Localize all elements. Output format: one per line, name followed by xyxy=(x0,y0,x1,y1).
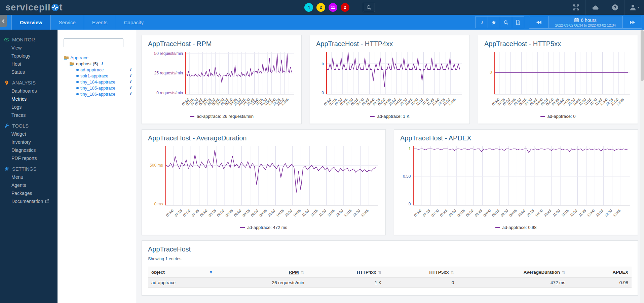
sidebar-item-status[interactable]: Status xyxy=(0,68,58,76)
column-header-rpm[interactable]: RPM⇅ xyxy=(216,267,307,278)
tree-group-label[interactable]: apphost (5) xyxy=(76,61,98,66)
legend-swatch xyxy=(370,116,375,117)
chart-panel-3: AppTraceHost - AverageDuration07:0007:15… xyxy=(142,129,386,235)
tree-item-label[interactable]: tiny_185-apptrace xyxy=(80,86,115,91)
svg-text:0: 0 xyxy=(490,70,492,75)
search-icon-button[interactable] xyxy=(500,16,512,28)
sidebar-item-packages[interactable]: Packages xyxy=(0,189,58,197)
svg-text:1: 1 xyxy=(409,146,411,151)
tree-item: tiny_185-apptracei xyxy=(64,85,131,91)
notification-badge-1[interactable]: 2 xyxy=(316,3,325,12)
sidebar: MONITORViewTopologyHostStatusANALYSISDas… xyxy=(0,30,58,303)
legend-swatch xyxy=(540,116,545,117)
column-header-http5xx[interactable]: HTTP5xx⇅ xyxy=(385,267,458,278)
legend-label: ad-apptrace: 0 xyxy=(547,114,576,119)
sidebar-section-settings[interactable]: SETTINGS xyxy=(0,162,58,173)
page-scrollbar[interactable] xyxy=(640,30,644,303)
svg-text:A: A xyxy=(518,22,519,24)
svg-text:09:30: 09:30 xyxy=(500,208,509,217)
column-header-object[interactable]: object▼ xyxy=(148,267,216,278)
sort-icon[interactable]: ⇅ xyxy=(301,270,304,275)
sort-icon[interactable]: ⇅ xyxy=(562,270,565,275)
time-range-button[interactable]: 6 hours 2022-03-02 06:34 to 2022-03-02 1… xyxy=(548,16,623,28)
navbar: OverviewServiceEventsCapacity iA 6 hours… xyxy=(0,15,644,30)
tree-search-input[interactable] xyxy=(64,38,123,47)
sidebar-item-label: View xyxy=(11,45,22,50)
time-forward-button[interactable] xyxy=(623,16,642,28)
sidebar-item-topology[interactable]: Topology xyxy=(0,52,58,60)
notification-badge-3[interactable]: 2 xyxy=(341,3,349,12)
sidebar-item-traces[interactable]: Traces xyxy=(0,111,58,119)
sidebar-section-tools[interactable]: TOOLS xyxy=(0,119,58,130)
chart-panel-4: AppTraceHost - APDEX07:0007:1507:3007:45… xyxy=(394,129,638,235)
star-icon-button[interactable] xyxy=(488,16,500,28)
sidebar-section-label: SETTINGS xyxy=(12,166,37,172)
svg-text:08:30: 08:30 xyxy=(216,208,225,217)
tree-root-label[interactable]: Apptrace xyxy=(70,55,88,60)
sidebar-item-menu[interactable]: Menu xyxy=(0,173,58,181)
chart-title: AppTraceHost - RPM xyxy=(148,40,295,48)
tab-overview[interactable]: Overview xyxy=(11,15,50,30)
svg-text:11:00: 11:00 xyxy=(552,208,561,217)
column-header-apdex[interactable]: APDEX xyxy=(569,267,632,278)
sidebar-item-agents[interactable]: Agents xyxy=(0,181,58,189)
svg-text:10:30: 10:30 xyxy=(534,208,543,217)
cell-value: 0 xyxy=(385,278,458,288)
info-icon[interactable]: i xyxy=(129,86,131,90)
tree-item-label[interactable]: ad-apptrace xyxy=(80,67,104,72)
tree-item-label[interactable]: solr1-apptrace xyxy=(80,73,108,78)
sidebar-item-label: Packages xyxy=(11,191,32,196)
sidebar-collapse-button[interactable] xyxy=(0,15,7,27)
sidebar-item-host[interactable]: Host xyxy=(0,60,58,68)
help-icon[interactable]: ? xyxy=(605,0,624,15)
info-icon-button[interactable]: i xyxy=(476,16,488,28)
info-icon[interactable]: i xyxy=(129,79,131,84)
time-back-button[interactable] xyxy=(529,16,548,28)
sidebar-item-inventory[interactable]: Inventory xyxy=(0,138,58,146)
info-icon[interactable]: i xyxy=(129,92,131,96)
user-icon[interactable]: ▾ xyxy=(624,0,644,15)
notification-badge-0[interactable]: 4 xyxy=(304,3,313,12)
info-icon[interactable]: i xyxy=(129,73,131,78)
sidebar-item-logs[interactable]: Logs xyxy=(0,103,58,111)
cell-value: 472 ms xyxy=(457,278,569,288)
sidebar-item-dashboards[interactable]: Dashboards xyxy=(0,87,58,95)
showing-entries: Showing 1 entries xyxy=(148,257,632,261)
svg-text:0.50: 0.50 xyxy=(403,174,411,179)
sort-icon[interactable]: ⇅ xyxy=(451,270,454,275)
sidebar-item-documentation[interactable]: Documentation xyxy=(0,197,58,205)
sidebar-item-widget[interactable]: Widget xyxy=(0,130,58,138)
sidebar-section-monitor[interactable]: MONITOR xyxy=(0,33,58,44)
sidebar-item-diagnostics[interactable]: Diagnostics xyxy=(0,146,58,154)
column-header-http4xx[interactable]: HTTP4xx⇅ xyxy=(308,267,385,278)
notification-badge-2[interactable]: 11 xyxy=(329,3,337,12)
svg-text:12:00: 12:00 xyxy=(335,208,344,217)
fullscreen-icon[interactable] xyxy=(566,0,585,15)
sort-icon[interactable]: ⇅ xyxy=(378,270,382,275)
info-icon[interactable]: i xyxy=(101,61,103,66)
sidebar-item-label: Documentation xyxy=(11,199,43,204)
pdf-icon-button[interactable]: A xyxy=(512,16,524,28)
tree-item-label[interactable]: tiny_186-apptrace xyxy=(80,92,115,97)
sidebar-item-view[interactable]: View xyxy=(0,44,58,52)
cloud-icon[interactable] xyxy=(585,0,605,15)
tab-service[interactable]: Service xyxy=(50,15,84,30)
scrollbar-thumb[interactable] xyxy=(641,30,644,81)
sidebar-item-metrics[interactable]: Metrics xyxy=(0,95,58,103)
filter-caret-icon[interactable]: ▼ xyxy=(210,270,213,274)
tree-item-label[interactable]: tiny_184-apptrace xyxy=(80,79,115,85)
object-tree: Apptraceapphost (5)iad-apptraceisolr1-ap… xyxy=(64,55,131,97)
svg-text:11:15: 11:15 xyxy=(561,208,570,217)
tab-events[interactable]: Events xyxy=(84,15,116,30)
column-header-averageduration[interactable]: AverageDuration⇅ xyxy=(457,267,569,278)
tab-capacity[interactable]: Capacity xyxy=(116,15,152,30)
sidebar-item-pdf-reports[interactable]: PDF reports xyxy=(0,154,58,162)
svg-text:07:00: 07:00 xyxy=(165,208,174,217)
eye-icon xyxy=(4,37,9,42)
table-row[interactable]: ad-apptrace26 requests/min1 K0472 ms0.98 xyxy=(148,278,632,288)
sidebar-section-analysis[interactable]: ANALYSIS xyxy=(0,76,58,87)
info-icon[interactable]: i xyxy=(129,67,131,72)
bullet-icon xyxy=(76,93,79,95)
svg-text:07:30: 07:30 xyxy=(182,208,191,217)
topbar-search-button[interactable] xyxy=(363,3,375,12)
